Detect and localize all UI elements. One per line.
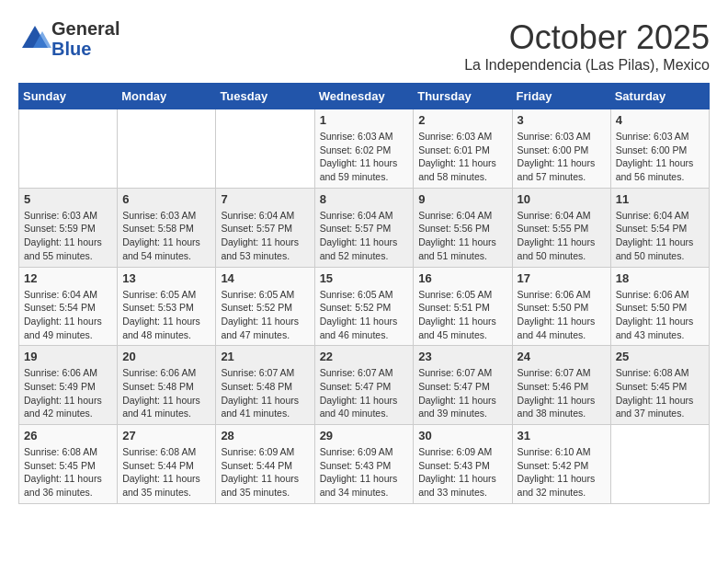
- calendar-cell: 8Sunrise: 6:04 AMSunset: 5:57 PMDaylight…: [314, 188, 414, 267]
- calendar-cell: 23Sunrise: 6:07 AMSunset: 5:47 PMDayligh…: [414, 346, 512, 425]
- calendar-cell: 17Sunrise: 6:06 AMSunset: 5:50 PMDayligh…: [512, 267, 610, 346]
- day-number: 18: [616, 271, 704, 285]
- day-number: 1: [320, 113, 409, 127]
- calendar-cell: 9Sunrise: 6:04 AMSunset: 5:56 PMDaylight…: [414, 188, 512, 267]
- day-info: Sunrise: 6:04 AMSunset: 5:54 PMDaylight:…: [24, 288, 112, 342]
- calendar-cell: 10Sunrise: 6:04 AMSunset: 5:55 PMDayligh…: [512, 188, 610, 267]
- day-info: Sunrise: 6:08 AMSunset: 5:44 PMDaylight:…: [122, 445, 210, 500]
- day-info: Sunrise: 6:09 AMSunset: 5:43 PMDaylight:…: [320, 445, 409, 500]
- day-number: 2: [418, 113, 506, 127]
- day-info: Sunrise: 6:05 AMSunset: 5:53 PMDaylight:…: [122, 288, 210, 342]
- day-number: 3: [518, 113, 606, 127]
- calendar-cell: 1Sunrise: 6:03 AMSunset: 6:02 PMDaylight…: [314, 109, 414, 189]
- calendar-cell: 31Sunrise: 6:10 AMSunset: 5:42 PMDayligh…: [512, 425, 610, 504]
- day-number: 6: [122, 192, 210, 206]
- calendar-cell: 11Sunrise: 6:04 AMSunset: 5:54 PMDayligh…: [610, 188, 709, 267]
- day-info: Sunrise: 6:04 AMSunset: 5:54 PMDaylight:…: [616, 209, 704, 263]
- day-info: Sunrise: 6:03 AMSunset: 6:01 PMDaylight:…: [418, 130, 506, 184]
- day-info: Sunrise: 6:05 AMSunset: 5:51 PMDaylight:…: [418, 288, 506, 342]
- calendar-cell: 18Sunrise: 6:06 AMSunset: 5:50 PMDayligh…: [610, 267, 709, 346]
- day-info: Sunrise: 6:03 AMSunset: 6:02 PMDaylight:…: [320, 130, 409, 184]
- calendar-cell: 25Sunrise: 6:08 AMSunset: 5:45 PMDayligh…: [610, 346, 709, 425]
- calendar-subtitle: La Independencia (Las Pilas), Mexico: [464, 57, 710, 74]
- day-info: Sunrise: 6:07 AMSunset: 5:48 PMDaylight:…: [221, 366, 309, 420]
- day-info: Sunrise: 6:03 AMSunset: 5:58 PMDaylight:…: [122, 209, 210, 263]
- calendar-title: October 2025: [464, 18, 710, 57]
- calendar-cell: 7Sunrise: 6:04 AMSunset: 5:57 PMDaylight…: [216, 188, 314, 267]
- day-number: 24: [518, 350, 606, 363]
- title-area: October 2025 La Independencia (Las Pilas…: [464, 18, 710, 74]
- day-number: 23: [418, 350, 506, 363]
- calendar-cell: 29Sunrise: 6:09 AMSunset: 5:43 PMDayligh…: [314, 425, 414, 504]
- logo-icon: [18, 22, 51, 55]
- weekday-header-sunday: Sunday: [19, 84, 118, 109]
- day-number: 19: [24, 350, 112, 363]
- day-info: Sunrise: 6:05 AMSunset: 5:52 PMDaylight:…: [320, 288, 409, 342]
- day-info: Sunrise: 6:03 AMSunset: 5:59 PMDaylight:…: [24, 209, 112, 263]
- calendar-week-row: 5Sunrise: 6:03 AMSunset: 5:59 PMDaylight…: [19, 188, 710, 267]
- weekday-header-monday: Monday: [118, 84, 216, 109]
- day-info: Sunrise: 6:04 AMSunset: 5:55 PMDaylight:…: [518, 209, 606, 263]
- calendar-week-row: 1Sunrise: 6:03 AMSunset: 6:02 PMDaylight…: [19, 109, 710, 189]
- weekday-header-friday: Friday: [512, 84, 610, 109]
- day-number: 26: [24, 429, 112, 442]
- calendar-week-row: 26Sunrise: 6:08 AMSunset: 5:45 PMDayligh…: [19, 425, 710, 504]
- calendar-cell: 3Sunrise: 6:03 AMSunset: 6:00 PMDaylight…: [512, 109, 610, 189]
- calendar-cell: [19, 109, 118, 189]
- logo: General Blue: [18, 18, 119, 59]
- logo-blue: Blue: [51, 39, 119, 59]
- day-info: Sunrise: 6:07 AMSunset: 5:46 PMDaylight:…: [518, 366, 606, 420]
- day-number: 11: [616, 192, 704, 206]
- day-number: 7: [221, 192, 309, 206]
- calendar-cell: [118, 109, 216, 189]
- logo-general: General: [51, 18, 119, 39]
- calendar-cell: 26Sunrise: 6:08 AMSunset: 5:45 PMDayligh…: [19, 425, 118, 504]
- day-info: Sunrise: 6:06 AMSunset: 5:50 PMDaylight:…: [518, 288, 606, 342]
- day-number: 20: [122, 350, 210, 363]
- day-info: Sunrise: 6:04 AMSunset: 5:56 PMDaylight:…: [418, 209, 506, 263]
- calendar-cell: 5Sunrise: 6:03 AMSunset: 5:59 PMDaylight…: [19, 188, 118, 267]
- calendar-cell: 30Sunrise: 6:09 AMSunset: 5:43 PMDayligh…: [414, 425, 512, 504]
- day-info: Sunrise: 6:04 AMSunset: 5:57 PMDaylight:…: [221, 209, 309, 263]
- day-number: 22: [320, 350, 409, 363]
- day-info: Sunrise: 6:06 AMSunset: 5:48 PMDaylight:…: [122, 366, 210, 420]
- day-info: Sunrise: 6:10 AMSunset: 5:42 PMDaylight:…: [518, 445, 606, 500]
- header: General Blue October 2025 La Independenc…: [18, 18, 710, 74]
- calendar-cell: 22Sunrise: 6:07 AMSunset: 5:47 PMDayligh…: [314, 346, 414, 425]
- day-number: 10: [518, 192, 606, 206]
- day-number: 4: [616, 113, 704, 127]
- day-number: 13: [122, 271, 210, 285]
- calendar-cell: [610, 425, 709, 504]
- calendar-cell: 21Sunrise: 6:07 AMSunset: 5:48 PMDayligh…: [216, 346, 314, 425]
- weekday-header-saturday: Saturday: [610, 84, 709, 109]
- day-info: Sunrise: 6:08 AMSunset: 5:45 PMDaylight:…: [616, 366, 704, 420]
- weekday-header-row: SundayMondayTuesdayWednesdayThursdayFrid…: [19, 84, 710, 109]
- day-info: Sunrise: 6:09 AMSunset: 5:43 PMDaylight:…: [418, 445, 506, 500]
- calendar-cell: 16Sunrise: 6:05 AMSunset: 5:51 PMDayligh…: [414, 267, 512, 346]
- calendar-cell: 28Sunrise: 6:09 AMSunset: 5:44 PMDayligh…: [216, 425, 314, 504]
- calendar-cell: 15Sunrise: 6:05 AMSunset: 5:52 PMDayligh…: [314, 267, 414, 346]
- day-number: 29: [320, 429, 409, 442]
- day-number: 16: [418, 271, 506, 285]
- day-info: Sunrise: 6:07 AMSunset: 5:47 PMDaylight:…: [418, 366, 506, 420]
- day-info: Sunrise: 6:06 AMSunset: 5:50 PMDaylight:…: [616, 288, 704, 342]
- calendar-cell: 20Sunrise: 6:06 AMSunset: 5:48 PMDayligh…: [118, 346, 216, 425]
- calendar-table: SundayMondayTuesdayWednesdayThursdayFrid…: [18, 83, 710, 504]
- day-number: 28: [221, 429, 309, 442]
- day-number: 8: [320, 192, 409, 206]
- day-number: 30: [418, 429, 506, 442]
- weekday-header-tuesday: Tuesday: [216, 84, 314, 109]
- calendar-cell: 14Sunrise: 6:05 AMSunset: 5:52 PMDayligh…: [216, 267, 314, 346]
- day-info: Sunrise: 6:06 AMSunset: 5:49 PMDaylight:…: [24, 366, 112, 420]
- day-number: 9: [418, 192, 506, 206]
- calendar-week-row: 19Sunrise: 6:06 AMSunset: 5:49 PMDayligh…: [19, 346, 710, 425]
- calendar-cell: [216, 109, 314, 189]
- day-number: 15: [320, 271, 409, 285]
- weekday-header-wednesday: Wednesday: [314, 84, 414, 109]
- calendar-week-row: 12Sunrise: 6:04 AMSunset: 5:54 PMDayligh…: [19, 267, 710, 346]
- day-number: 12: [24, 271, 112, 285]
- calendar-cell: 27Sunrise: 6:08 AMSunset: 5:44 PMDayligh…: [118, 425, 216, 504]
- calendar-header: SundayMondayTuesdayWednesdayThursdayFrid…: [19, 84, 710, 109]
- day-info: Sunrise: 6:05 AMSunset: 5:52 PMDaylight:…: [221, 288, 309, 342]
- calendar-cell: 13Sunrise: 6:05 AMSunset: 5:53 PMDayligh…: [118, 267, 216, 346]
